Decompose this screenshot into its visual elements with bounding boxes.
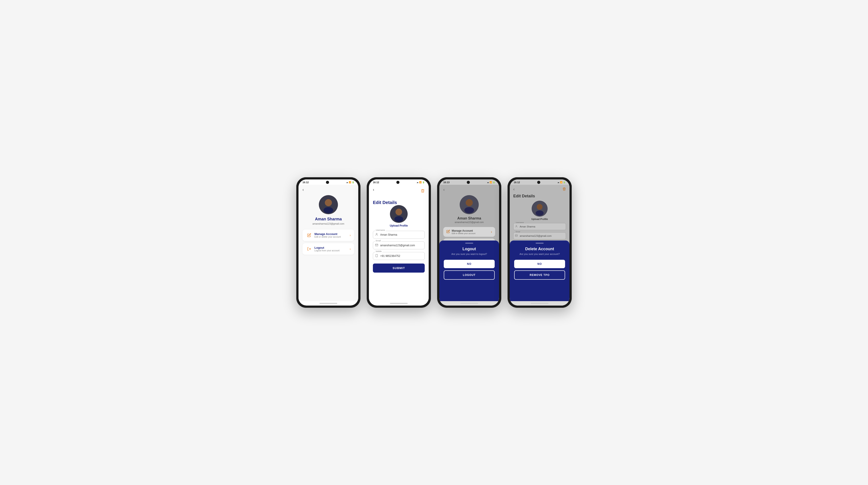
phone-3-screen: 16:13 ☁📶🔋 ‹ Ama bbox=[439, 180, 499, 305]
username-display-4: Aman Sharma bbox=[513, 223, 566, 230]
status-time-1: 16:12 bbox=[303, 181, 309, 184]
svg-point-2 bbox=[325, 199, 332, 206]
username-input-2[interactable] bbox=[373, 231, 425, 239]
back-button-3[interactable]: ‹ bbox=[443, 187, 445, 192]
svg-point-5 bbox=[394, 216, 403, 222]
svg-point-1 bbox=[323, 207, 333, 213]
manage-account-title: Manage Account bbox=[314, 232, 347, 236]
svg-point-12 bbox=[466, 199, 473, 206]
manage-icon-3 bbox=[446, 230, 450, 234]
modal-confirm-button-4[interactable]: REMOVE TPO bbox=[514, 270, 565, 280]
home-bar-1 bbox=[319, 303, 337, 304]
svg-rect-8 bbox=[376, 254, 377, 257]
camera-notch-2 bbox=[396, 181, 399, 184]
modal-title-3: Logout bbox=[463, 247, 476, 251]
phone-4-screen: 16:12 ☁📶🔋 ‹ bbox=[510, 180, 569, 305]
status-time-3: 16:13 bbox=[443, 181, 450, 184]
edit-screen: ‹ Edit Details bbox=[369, 185, 429, 301]
avatar-3 bbox=[460, 195, 479, 214]
modal-no-button-3[interactable]: NO bbox=[444, 260, 495, 268]
mobile-input-2[interactable] bbox=[373, 252, 425, 260]
home-bar-3 bbox=[460, 303, 478, 304]
email-icon-2 bbox=[375, 244, 378, 247]
status-icons-3: ☁📶🔋 bbox=[487, 181, 495, 184]
logout-title: Logout bbox=[314, 246, 347, 249]
upload-avatar-4 bbox=[532, 201, 548, 217]
email-group-4: Email amansharma123@gmail.com bbox=[513, 232, 566, 239]
status-bar-3: 16:13 ☁📶🔋 bbox=[439, 180, 499, 185]
modal-subtitle-4: Are you sure you want your account? bbox=[520, 253, 560, 255]
phone-1-screen: 16:12 ☁📶🔋 ‹ bbox=[299, 180, 358, 305]
status-icons-4: ☁📶🔋 bbox=[557, 181, 565, 184]
avatar-1 bbox=[319, 195, 338, 214]
email-label-2: Email bbox=[375, 239, 381, 242]
delete-icon-4 bbox=[562, 187, 566, 192]
home-bar-4 bbox=[531, 303, 549, 304]
delete-icon-2[interactable] bbox=[421, 189, 425, 194]
user-name-3: Aman Sharma bbox=[457, 216, 481, 220]
status-time-4: 16:12 bbox=[514, 181, 520, 184]
edit-title-2: Edit Details bbox=[373, 200, 425, 205]
svg-point-17 bbox=[516, 225, 517, 226]
manage-card-3: Manage Account Edit or delete your accou… bbox=[443, 227, 495, 237]
profile-screen: ‹ Aman Sharma bbox=[299, 185, 358, 301]
status-bar-4: 16:12 ☁📶🔋 bbox=[510, 180, 569, 185]
submit-button-2[interactable]: SUBMIT bbox=[373, 263, 425, 272]
email-group-2: Email bbox=[373, 241, 425, 249]
svg-point-7 bbox=[376, 233, 377, 234]
username-label-2: Username bbox=[375, 229, 386, 231]
username-group-4: Username Aman Sharma bbox=[513, 223, 566, 230]
back-button-4[interactable]: ‹ bbox=[513, 187, 515, 192]
upload-label-2: Upload Profile bbox=[390, 224, 408, 227]
screen-1-content: ‹ Aman Sharma bbox=[299, 185, 358, 301]
home-indicator-3 bbox=[439, 301, 499, 305]
upload-avatar-2 bbox=[390, 205, 408, 223]
phone-2: 16:12 ☁📶🔋 ‹ bbox=[367, 177, 431, 308]
user-email-1: amansharma123@gmail.com bbox=[312, 222, 344, 225]
camera-notch-1 bbox=[326, 181, 329, 184]
screen-4-content: ‹ Edit Details bbox=[510, 185, 569, 301]
status-icons-1: ☁📶🔋 bbox=[346, 181, 354, 184]
status-bar-1: 16:12 ☁📶🔋 bbox=[299, 180, 358, 185]
manage-account-card[interactable]: Manage Account Edit or delete your accou… bbox=[303, 229, 354, 241]
mobile-group-2: Mobile bbox=[373, 252, 425, 260]
modal-handle-3 bbox=[465, 243, 473, 244]
svg-point-16 bbox=[537, 204, 542, 210]
manage-account-subtitle: Edit or delete your account bbox=[314, 236, 347, 238]
home-indicator-4 bbox=[510, 301, 569, 305]
mobile-label-2: Mobile bbox=[375, 250, 382, 253]
edit-header-4: ‹ bbox=[513, 187, 566, 192]
manage-text-3: Manage Account Edit or delete your accou… bbox=[452, 229, 475, 234]
logout-modal: Logout Are you sure you want to logout? … bbox=[439, 240, 499, 301]
svg-point-11 bbox=[464, 207, 474, 213]
screen-2-content: ‹ Edit Details bbox=[369, 185, 429, 301]
upload-section-2[interactable]: Upload Profile bbox=[373, 205, 425, 227]
logout-text: Logout Logout from your account bbox=[314, 246, 347, 252]
mobile-icon-2 bbox=[375, 254, 378, 258]
back-button-2[interactable]: ‹ bbox=[373, 187, 374, 192]
logout-card[interactable]: Logout Logout from your account › bbox=[303, 243, 354, 255]
manage-icon bbox=[306, 232, 312, 238]
phone-4: 16:12 ☁📶🔋 ‹ bbox=[507, 177, 572, 308]
user-name-1: Aman Sharma bbox=[315, 217, 342, 222]
logout-arrow: › bbox=[350, 247, 351, 251]
modal-confirm-button-3[interactable]: LOGOUT bbox=[444, 270, 495, 280]
home-bar-2 bbox=[390, 303, 408, 304]
status-time-2: 16:12 bbox=[373, 181, 379, 184]
svg-point-15 bbox=[536, 211, 544, 216]
edit-title-4: Edit Details bbox=[513, 194, 566, 198]
username-group-2: Username bbox=[373, 231, 425, 239]
manage-account-text: Manage Account Edit or delete your accou… bbox=[314, 232, 347, 238]
upload-section-4: Upload Profile bbox=[513, 201, 566, 220]
modal-title-4: Delete Account bbox=[525, 247, 554, 251]
camera-notch-4 bbox=[537, 181, 540, 184]
email-input-2[interactable] bbox=[373, 241, 425, 249]
back-button-1[interactable]: ‹ bbox=[303, 187, 304, 192]
manage-arrow: › bbox=[350, 233, 351, 237]
screens-container: 16:12 ☁📶🔋 ‹ bbox=[296, 177, 572, 308]
edit-header: ‹ bbox=[373, 187, 425, 195]
modal-no-button-4[interactable]: NO bbox=[514, 260, 565, 268]
modal-subtitle-3: Are you sure you want to logout? bbox=[452, 253, 487, 255]
upload-label-4: Upload Profile bbox=[531, 218, 548, 220]
status-icons-2: ☁📶🔋 bbox=[416, 181, 425, 184]
